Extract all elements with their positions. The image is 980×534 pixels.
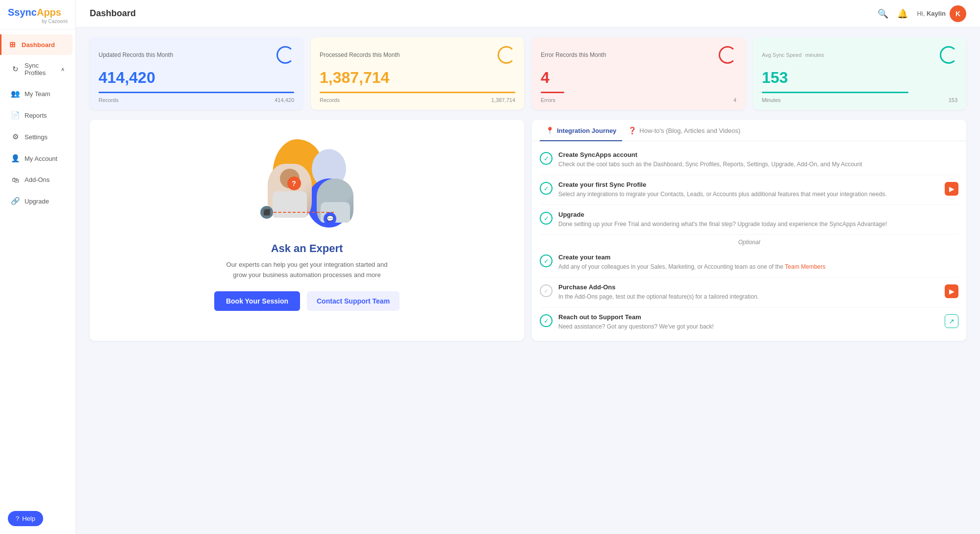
sidebar-item-reports[interactable]: 📄 Reports [3, 105, 73, 126]
stat-spinner-red [719, 46, 736, 64]
journey-item-title-2: Create your first Sync Profile [558, 181, 939, 188]
sidebar-item-dashboard[interactable]: ⊞ Dashboard [0, 34, 73, 55]
journey-item-title-5: Purchase Add-Ons [558, 283, 939, 291]
avatar[interactable]: K [950, 5, 966, 22]
journey-item-desc-2: Select any integrations to migrate your … [558, 190, 939, 199]
expert-card: ? ⬛ 💬 Ask an Expert Our experts can help… [90, 120, 524, 341]
sidebar-item-settings[interactable]: ⚙ Settings [3, 127, 73, 147]
tab-journey-label: Integration Journey [557, 127, 616, 134]
list-item: ✓ Create your first Sync Profile Select … [540, 175, 958, 205]
sidebar-label-add-ons: Add-Ons [25, 176, 50, 183]
help-label: Help [22, 515, 35, 522]
stats-row: Updated Records this Month 414,420 Recor… [90, 37, 966, 110]
list-item: ✓ Reach out to Support Team Need assista… [540, 307, 958, 337]
bottom-row: ? ⬛ 💬 Ask an Expert Our experts can help… [90, 120, 966, 341]
sidebar-label-settings: Settings [25, 133, 48, 141]
journey-item-desc-6: Need assistance? Got any questions? We'v… [558, 322, 939, 331]
stat-title-suffix-speed: minutes [805, 52, 824, 58]
journey-card: 📍 Integration Journey ❓ How-to's (Blog, … [532, 120, 966, 341]
check-circle-create-account: ✓ [540, 152, 553, 165]
expert-title: Ask an Expert [271, 242, 343, 255]
stat-footer-value-updated: 414,420 [275, 97, 294, 103]
stat-updated-records: Updated Records this Month 414,420 Recor… [90, 37, 303, 110]
app-logo: SsyncApps by Cazoomi [0, 0, 75, 29]
expert-illustration: ? ⬛ 💬 [253, 134, 361, 232]
book-session-button[interactable]: Book Your Session [214, 291, 300, 311]
journey-tabs: 📍 Integration Journey ❓ How-to's (Blog, … [532, 120, 966, 141]
checkmark-icon: ✓ [544, 185, 549, 192]
addons-icon: 🛍 [11, 176, 20, 184]
bell-icon[interactable]: 🔔 [897, 8, 908, 19]
search-icon[interactable]: 🔍 [878, 8, 888, 19]
sidebar-label-my-account: My Account [25, 155, 57, 162]
team-icon: 👥 [11, 89, 20, 98]
sidebar-item-upgrade[interactable]: 🔗 Upgrade [3, 191, 73, 211]
sidebar-label-sync-profiles: Sync Profiles [25, 62, 56, 76]
help-button[interactable]: ? Help [8, 511, 43, 526]
stat-bar-speed [762, 92, 908, 93]
user-area[interactable]: Hi, Kaylin K [917, 5, 966, 22]
expert-actions: Book Your Session Contact Support Team [214, 291, 400, 311]
team-members-link[interactable]: Team Members [785, 263, 826, 270]
checkmark-icon: ✓ [544, 287, 549, 295]
stat-footer-value-speed: 153 [949, 97, 957, 103]
check-circle-support: ✓ [540, 314, 553, 327]
play-icon-red[interactable]: ▶ [945, 182, 958, 196]
sidebar-item-add-ons[interactable]: 🛍 Add-Ons [3, 170, 73, 190]
help-circle-icon: ❓ [628, 127, 636, 134]
sidebar-label-my-team: My Team [25, 90, 50, 98]
upgrade-icon: 🔗 [11, 197, 20, 205]
location-icon: 📍 [546, 127, 554, 134]
checkmark-icon: ✓ [544, 257, 549, 265]
list-item: ✓ Create SyncApps account Check out the … [540, 145, 958, 175]
sidebar-nav: ⊞ Dashboard ↻ Sync Profiles ∧ 👥 My Team … [0, 29, 75, 503]
sidebar-item-my-team[interactable]: 👥 My Team [3, 83, 73, 104]
user-greeting: Hi, Kaylin [917, 10, 946, 17]
checkmark-icon: ✓ [544, 155, 549, 162]
tab-howto[interactable]: ❓ How-to's (Blog, Articles and Videos) [622, 120, 746, 141]
stat-value-processed: 1,387,714 [320, 69, 515, 87]
question-badge: ? [287, 177, 301, 190]
tab-integration-journey[interactable]: 📍 Integration Journey [540, 120, 622, 141]
monitor-badge: ⬛ [260, 206, 273, 219]
sidebar-label-upgrade: Upgrade [25, 198, 49, 205]
stat-footer-value-error: 4 [733, 97, 736, 103]
sidebar-item-sync-profiles[interactable]: ↻ Sync Profiles ∧ [3, 56, 73, 82]
sidebar: SsyncApps by Cazoomi ⊞ Dashboard ↻ Sync … [0, 0, 76, 534]
stat-footer-label-updated: Records [99, 97, 119, 103]
stat-avg-sync-speed: Avg Sync Speed minutes 153 Minutes 153 [753, 37, 966, 110]
stat-title-processed: Processed Records this Month [320, 51, 400, 58]
stat-title-error: Error Records this Month [541, 51, 606, 58]
logo-apps: Apps [37, 7, 61, 18]
check-circle-upgrade: ✓ [540, 212, 553, 225]
stat-footer-value-processed: 1,387,714 [491, 97, 515, 103]
content-area: Updated Records this Month 414,420 Recor… [76, 27, 980, 534]
stat-bar-processed [320, 92, 515, 93]
chevron-up-icon: ∧ [61, 66, 65, 73]
stat-title-speed: Avg Sync Speed minutes [762, 51, 824, 58]
stat-title-updated: Updated Records this Month [99, 51, 173, 58]
journey-item-title-1: Create SyncApps account [558, 151, 958, 158]
stat-bar-updated [99, 92, 294, 93]
stat-spinner-teal [940, 46, 957, 64]
sync-icon: ↻ [11, 65, 20, 74]
journey-item-desc-4: Add any of your colleagues in your Sales… [558, 262, 958, 271]
user-name: Kaylin [927, 10, 946, 17]
checkmark-icon: ✓ [544, 215, 549, 222]
play-icon-red-2[interactable]: ▶ [945, 284, 958, 298]
logo-by: by Cazoomi [8, 19, 68, 24]
page-title: Dashboard [90, 8, 136, 19]
list-item: ✓ Create your team Add any of your colle… [540, 248, 958, 278]
external-link-icon-teal[interactable]: ↗ [945, 314, 958, 328]
journey-item-title-6: Reach out to Support Team [558, 313, 939, 321]
main-content: Dashboard 🔍 🔔 Hi, Kaylin K Updated Recor… [76, 0, 980, 534]
contact-support-button[interactable]: Contact Support Team [307, 291, 400, 311]
reports-icon: 📄 [11, 111, 20, 120]
sidebar-item-my-account[interactable]: 👤 My Account [3, 148, 73, 169]
dashed-connector [274, 212, 334, 213]
person-main-figure [268, 164, 312, 218]
check-circle-team: ✓ [540, 254, 553, 267]
dashboard-icon: ⊞ [8, 40, 17, 49]
tab-howto-label: How-to's (Blog, Articles and Videos) [639, 127, 740, 134]
logo-sync: sync [14, 7, 37, 18]
